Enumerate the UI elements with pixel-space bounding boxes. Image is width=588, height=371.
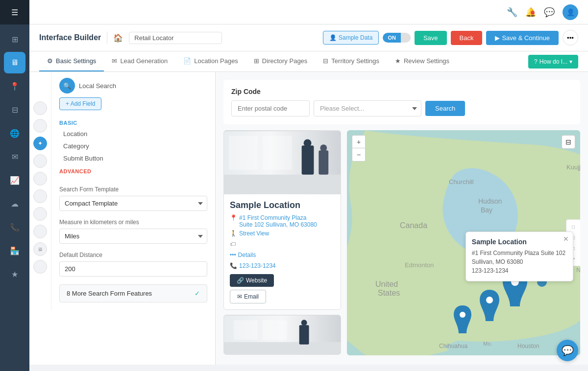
breadcrumb-input[interactable] — [129, 32, 222, 44]
avatar[interactable]: 👤 — [563, 4, 578, 20]
location-cards: Sample Location 📍 #1 First Community Pla… — [223, 130, 341, 355]
back-button[interactable]: Back — [451, 31, 483, 45]
bell-icon[interactable]: 🔔 — [525, 7, 536, 18]
map-area[interactable]: Hudson Bay Churchill Kuujjuaq Canada Uni… — [347, 130, 580, 355]
location-card-2[interactable] — [223, 315, 341, 355]
more-features-button[interactable]: 8 More Search Form Features ✓ — [59, 284, 207, 302]
top-bar: 🔧 🔔 💬 👤 — [0, 0, 588, 24]
header-actions: 👤 Sample Data ON Save Back ▶ Save & Cont… — [323, 30, 578, 46]
chat-notification-icon[interactable]: 💬 — [544, 7, 555, 18]
svg-rect-7 — [318, 150, 328, 175]
svg-rect-14 — [299, 325, 309, 345]
mini-panel-btn-1[interactable]: □ — [568, 222, 578, 232]
left-panel-inner: ✦ 🖥 🔍 Local Search — [29, 72, 215, 310]
sidebar-item-cloud[interactable]: ☁ — [4, 193, 25, 214]
tab-location-pages[interactable]: 📄 Location Pages — [175, 51, 246, 71]
search-button[interactable]: Search — [425, 101, 465, 116]
email-button[interactable]: ✉ Email — [230, 290, 266, 303]
sidebar-item-store[interactable]: 🏪 — [4, 240, 25, 261]
location-card-1[interactable]: Sample Location 📍 #1 First Community Pla… — [223, 130, 341, 310]
help-button[interactable]: ? How do I... ▾ — [528, 55, 578, 69]
svg-rect-13 — [263, 320, 287, 340]
sidebar-item-globe[interactable]: 🌐 — [4, 122, 25, 144]
settings-form: Search Form Template Compact Template St… — [51, 178, 215, 310]
circle-btn-9[interactable]: 🖥 — [33, 242, 47, 256]
circle-btn-3[interactable]: ✦ — [33, 137, 47, 150]
field-item-location[interactable]: Location — [63, 128, 203, 140]
default-distance-input[interactable] — [59, 261, 207, 277]
store-interior-svg-2 — [224, 315, 341, 354]
doc-icon: 📄 — [183, 57, 191, 65]
more-options-button[interactable]: ••• — [563, 30, 578, 46]
toggle-on[interactable]: ON — [383, 33, 401, 43]
circle-btn-7[interactable] — [33, 207, 47, 221]
measure-group: Measure in kilometers or miles Miles Kil… — [59, 219, 207, 244]
search-section: 🔍 Local Search + Add Field — [51, 72, 215, 116]
sidebar-item-chart[interactable]: 📈 — [4, 169, 25, 191]
tooltip-close-button[interactable]: ✕ — [563, 235, 569, 243]
search-form-template-select[interactable]: Compact Template Standard Template Expan… — [59, 196, 207, 211]
help-icon: ? — [534, 58, 538, 65]
toggle-container[interactable]: ON — [383, 33, 411, 43]
svg-text:Churchill: Churchill — [449, 178, 474, 186]
card-street-view[interactable]: 🚶 Street View — [230, 230, 335, 237]
circle-btn-8[interactable] — [33, 225, 47, 238]
details-dots-icon: ••• — [230, 252, 236, 258]
tab-directory-pages[interactable]: ⊞ Directory Pages — [246, 51, 315, 71]
circle-btn-6[interactable] — [33, 189, 47, 203]
card-details-link[interactable]: ••• Details — [230, 252, 335, 258]
sidebar-item-monitor[interactable]: 🖥 — [4, 52, 25, 73]
map-layer-icon[interactable]: ⊟ — [562, 135, 575, 149]
zoom-out-button[interactable]: − — [352, 148, 365, 161]
toggle-off[interactable] — [401, 36, 411, 40]
measure-select[interactable]: Miles Kilometers — [59, 229, 207, 244]
sidebar-item-dashboard[interactable]: ⊞ — [4, 28, 25, 50]
circle-btn-4[interactable] — [33, 154, 47, 168]
svg-rect-2 — [224, 175, 341, 194]
website-button[interactable]: 🔗 Website — [230, 274, 274, 287]
zip-select[interactable]: Please Select... — [314, 100, 421, 116]
ellipsis-icon: ••• — [567, 34, 574, 42]
save-button[interactable]: Save — [415, 31, 447, 45]
app-title: Interface Builder — [39, 33, 101, 42]
tab-territory-settings[interactable]: ⊟ Territory Settings — [315, 51, 387, 71]
zoom-in-button[interactable]: + — [352, 136, 365, 148]
search-round-button[interactable]: 🔍 — [59, 78, 75, 93]
circle-btn-2[interactable] — [33, 119, 47, 133]
svg-rect-5 — [302, 145, 314, 175]
tab-lead-generation[interactable]: ✉ Lead Generation — [104, 51, 175, 71]
save-continue-button[interactable]: ▶ Save & Continue — [486, 31, 559, 45]
sample-data-button[interactable]: 👤 Sample Data — [323, 31, 379, 45]
circle-btn-10[interactable] — [33, 260, 47, 274]
home-icon[interactable]: 🏠 — [113, 33, 123, 43]
wrench-icon[interactable]: 🔧 — [507, 7, 517, 18]
envelope-icon: ✉ — [237, 293, 242, 300]
sidebar-logo[interactable]: ☰ — [0, 0, 29, 24]
sidebar-item-map[interactable]: 📍 — [4, 75, 25, 97]
sidebar-item-mail[interactable]: ✉ — [4, 146, 25, 167]
basic-section-label: BASIC — [51, 120, 215, 126]
svg-point-8 — [320, 144, 327, 151]
tab-basic-settings[interactable]: ⚙ Basic Settings — [39, 51, 104, 71]
default-distance-group: Default Distance — [59, 252, 207, 277]
circle-btn-1[interactable] — [33, 101, 47, 115]
field-item-submit-button[interactable]: Submit Button — [63, 152, 203, 164]
user-icon: 👤 — [329, 34, 337, 41]
add-field-button[interactable]: + Add Field — [59, 97, 101, 110]
circle-btn-5[interactable] — [33, 172, 47, 186]
zip-input[interactable] — [231, 100, 310, 116]
sidebar-item-grid[interactable]: ⊟ — [4, 99, 25, 120]
territory-icon: ⊟ — [323, 57, 328, 65]
tooltip-body: #1 First Community Plaza Suite 102 Sulli… — [472, 249, 567, 275]
field-item-category[interactable]: Category — [63, 140, 203, 152]
sidebar-item-star[interactable]: ★ — [4, 263, 25, 285]
sidebar-item-phone[interactable]: 📞 — [4, 216, 25, 238]
zip-code-section: Zip Code Please Select... Search — [223, 80, 580, 124]
zip-search-row: Please Select... Search — [231, 100, 572, 116]
card-store-image-2 — [224, 315, 341, 354]
svg-point-33 — [486, 297, 493, 303]
notification-dot — [531, 11, 535, 15]
tab-review-settings[interactable]: ★ Review Settings — [387, 51, 457, 71]
chat-bubble-button[interactable]: 💬 — [557, 340, 578, 361]
svg-text:New York: New York — [576, 266, 580, 274]
